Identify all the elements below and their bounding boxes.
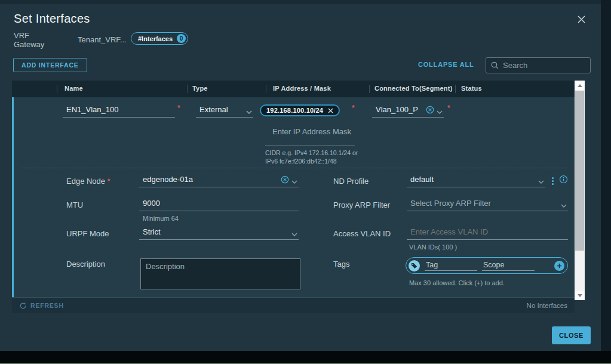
- tag-icon[interactable]: [409, 260, 420, 272]
- column-header-name: Name: [65, 85, 83, 92]
- table-header: Name Type IP Address / Mask Connected To…: [12, 81, 575, 97]
- type-select[interactable]: External: [196, 105, 253, 118]
- chevron-down-icon[interactable]: [437, 110, 443, 114]
- chevron-down-icon[interactable]: [291, 233, 297, 236]
- scroll-down-icon[interactable]: [575, 291, 585, 300]
- refresh-button[interactable]: REFRESH: [19, 302, 64, 310]
- bottom-bar: [0, 351, 611, 364]
- access-vlan-id-input[interactable]: [410, 227, 567, 236]
- column-divider: [57, 85, 57, 93]
- scope-input[interactable]: [482, 260, 535, 271]
- proxy-arp-filter-select[interactable]: Select Proxy ARP Filter: [407, 199, 568, 211]
- column-header-connected: Connected To(Segment): [374, 85, 453, 92]
- tags-editor: [406, 257, 568, 274]
- vertical-scrollbar[interactable]: [575, 81, 585, 300]
- interfaces-badge-label: #Interfaces: [138, 35, 173, 42]
- tags-help: Max 30 allowed. Click (+) to add.: [409, 279, 505, 286]
- column-divider: [266, 85, 266, 93]
- ip-mask-input-underline[interactable]: [265, 146, 355, 146]
- edge-node-select[interactable]: edgenode-01a: [139, 175, 299, 187]
- description-label: Description: [66, 260, 105, 269]
- close-button[interactable]: CLOSE: [552, 326, 591, 344]
- refresh-icon: [19, 302, 27, 310]
- interface-row-expanded: * External 192.168.100.10/24 * Vlan_100_…: [12, 97, 575, 297]
- column-header-status: Status: [461, 85, 482, 92]
- required-asterisk: *: [108, 177, 110, 186]
- edge-node-value: edgenode-01a: [143, 175, 278, 184]
- required-asterisk: *: [177, 104, 180, 112]
- nd-profile-select[interactable]: default: [407, 175, 545, 187]
- column-divider: [187, 85, 188, 93]
- search-input[interactable]: [503, 61, 585, 70]
- mtu-value: 9000: [143, 199, 297, 208]
- nd-profile-value: default: [410, 175, 536, 184]
- search-box[interactable]: [486, 57, 591, 73]
- scroll-up-icon[interactable]: [575, 81, 585, 90]
- search-icon: [491, 61, 499, 69]
- add-tag-icon[interactable]: [554, 261, 564, 271]
- access-vlan-help: VLAN IDs( 100 ): [409, 243, 457, 251]
- set-interfaces-dialog: Set Interfaces VRF Gateway Tenant_VRF...…: [0, 0, 601, 351]
- connected-to-select[interactable]: Vlan_100_P: [372, 105, 444, 118]
- chevron-down-icon[interactable]: [291, 180, 297, 184]
- proxy-arp-filter-label: Proxy ARP Filter: [333, 200, 390, 209]
- ip-mask-placeholder[interactable]: Enter IP Address Mask: [272, 127, 351, 136]
- access-vlan-id-label: Access VLAN ID: [333, 229, 391, 238]
- column-header-ip: IP Address / Mask: [273, 85, 331, 92]
- description-textarea[interactable]: [140, 258, 300, 289]
- column-divider: [455, 85, 456, 93]
- chevron-down-icon[interactable]: [538, 180, 544, 184]
- interfaces-badge-count: 0: [177, 34, 186, 43]
- nd-profile-menu-icon[interactable]: [551, 176, 555, 186]
- dialog-title: Set Interfaces: [14, 12, 90, 26]
- tag-input[interactable]: [425, 260, 477, 271]
- interface-name-input[interactable]: [66, 105, 174, 114]
- proxy-arp-filter-placeholder: Select Proxy ARP Filter: [410, 199, 558, 208]
- mtu-label: MTU: [66, 200, 83, 209]
- interface-name-field[interactable]: [63, 105, 175, 118]
- required-asterisk: *: [352, 104, 355, 112]
- remove-ip-icon[interactable]: [328, 108, 333, 113]
- ip-cidr-help: CIDR e.g. IPv4 172.16.10.1/24 or IPv6 fc…: [265, 149, 368, 165]
- nd-profile-label: ND Profile: [333, 177, 369, 186]
- column-header-type: Type: [192, 85, 208, 92]
- collapse-all-link[interactable]: COLLAPSE ALL: [418, 61, 474, 68]
- type-select-value: External: [199, 105, 244, 114]
- clear-selection-icon[interactable]: [426, 106, 434, 114]
- chevron-down-icon[interactable]: [561, 204, 567, 208]
- breadcrumb-vrf-gateway: VRF Gateway: [14, 31, 44, 49]
- connected-to-value: Vlan_100_P: [376, 105, 423, 114]
- ip-address-chip-text: 192.168.100.10/24: [266, 107, 323, 114]
- breadcrumb-tenant-vrf: Tenant_VRF...: [78, 35, 127, 44]
- ip-address-chip[interactable]: 192.168.100.10/24: [260, 104, 340, 116]
- urpf-mode-value: Strict: [143, 227, 289, 236]
- urpf-mode-label: URPF Mode: [66, 229, 109, 238]
- tags-label: Tags: [333, 260, 349, 269]
- screen: Set Interfaces VRF Gateway Tenant_VRF...…: [0, 0, 611, 364]
- section-divider: [21, 168, 569, 168]
- mtu-field[interactable]: 9000: [139, 199, 299, 211]
- access-vlan-id-field[interactable]: [407, 227, 568, 240]
- urpf-mode-select[interactable]: Strict: [139, 227, 299, 240]
- mtu-help: Minimum 64: [143, 215, 179, 222]
- empty-state-text: No Interfaces: [527, 302, 567, 309]
- required-asterisk: *: [447, 104, 450, 112]
- close-icon[interactable]: [577, 13, 589, 25]
- add-interface-button[interactable]: ADD INTERFACE: [13, 58, 87, 72]
- chevron-down-icon[interactable]: [246, 110, 252, 114]
- clear-selection-icon[interactable]: [281, 175, 289, 184]
- info-icon[interactable]: [559, 175, 568, 184]
- scrollbar-thumb[interactable]: [575, 91, 584, 251]
- column-divider: [369, 85, 370, 93]
- grid-footer: REFRESH No Interfaces: [12, 297, 575, 313]
- edge-node-label: Edge Node *: [66, 177, 110, 186]
- interfaces-count-badge[interactable]: #Interfaces 0: [131, 32, 188, 45]
- refresh-label: REFRESH: [30, 302, 64, 309]
- dialog-top-strip: [0, 0, 601, 4]
- dialog-right-margin: [601, 0, 611, 351]
